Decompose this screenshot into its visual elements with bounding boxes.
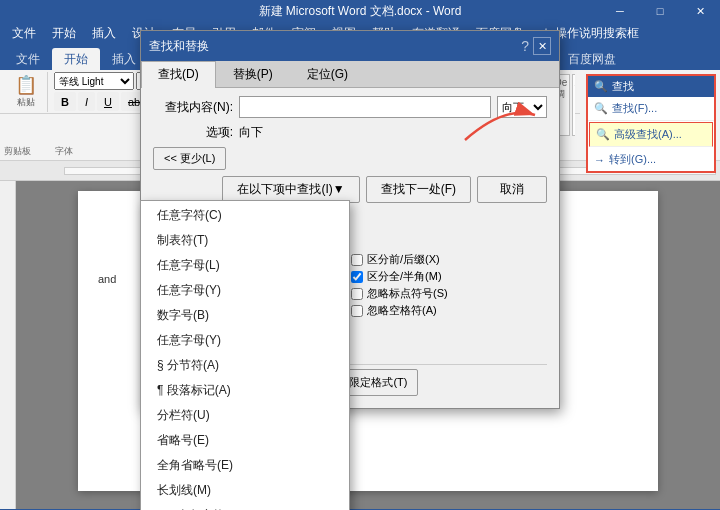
dropdown-para-mark[interactable]: ¶ 段落标记(A) xyxy=(141,378,349,403)
window-title: 新建 Microsoft Word 文档.docx - Word xyxy=(259,3,462,20)
ignore-space-checkbox[interactable] xyxy=(351,305,363,317)
font-family-select[interactable]: 等线 Light xyxy=(54,72,134,90)
find-advanced-label: 高级查找(A)... xyxy=(614,127,682,142)
less-button[interactable]: << 更少(L) xyxy=(153,147,226,170)
expand-section: << 更少(L) xyxy=(153,147,547,170)
find-in-button[interactable]: 在以下项中查找(I)▼ xyxy=(222,176,359,203)
dropdown-digit[interactable]: 数字号(B) xyxy=(141,303,349,328)
paste-button[interactable]: 📋 粘贴 xyxy=(8,72,48,112)
tab-file[interactable]: 文件 xyxy=(4,48,52,70)
dialog-title-bar: 查找和替换 ? ✕ xyxy=(141,31,559,61)
title-bar: 新建 Microsoft Word 文档.docx - Word ─ □ ✕ xyxy=(0,0,720,22)
checkbox-ignore-punct: 忽略标点符号(S) xyxy=(351,286,547,301)
menu-home[interactable]: 开始 xyxy=(44,23,84,44)
dropdown-section-break[interactable]: § 分节符(A) xyxy=(141,353,349,378)
find-basic-label: 查找(F)... xyxy=(612,101,657,116)
window-controls: ─ □ ✕ xyxy=(600,0,720,22)
dialog-help-button[interactable]: ? xyxy=(521,38,529,54)
vertical-ruler xyxy=(0,181,16,509)
special-format-dropdown[interactable]: 任意字符(C) 制表符(T) 任意字母(L) 任意字母(Y) 数字号(B) 任意… xyxy=(140,200,350,510)
find-basic-icon: 🔍 xyxy=(594,102,608,115)
menu-insert[interactable]: 插入 xyxy=(84,23,124,44)
dialog-title-text: 查找和替换 xyxy=(149,38,209,55)
find-panel-container: 🔍 查找 🔍 查找(F)... 🔍 高级查找(A)... → 转到(G)... xyxy=(586,74,716,173)
dropdown-column-break[interactable]: 分栏符(U) xyxy=(141,403,349,428)
dropdown-any-letter-y2[interactable]: 任意字母(Y) xyxy=(141,328,349,353)
dropdown-em-dash[interactable]: 长划线(M) xyxy=(141,478,349,503)
goto-icon: → xyxy=(594,154,605,166)
dropdown-any-letter[interactable]: 任意字母(L) xyxy=(141,253,349,278)
search-input[interactable] xyxy=(239,96,491,118)
style-emphasis[interactable]: AaBbCcDe 弱调 xyxy=(572,74,575,136)
checkbox-ignore-space: 忽略空格符(A) xyxy=(351,303,547,318)
option-value: 向下 xyxy=(239,124,263,141)
goto-item[interactable]: → 转到(G)... xyxy=(588,148,714,171)
close-button[interactable]: ✕ xyxy=(680,0,720,22)
menu-file[interactable]: 文件 xyxy=(4,23,44,44)
checkbox-prefix-suffix: 区分前/后缀(X) xyxy=(351,252,547,267)
dropdown-quarter-space[interactable]: 1/4 全角空格(4) xyxy=(141,503,349,510)
dialog-tab-find[interactable]: 查找(D) xyxy=(141,61,216,88)
option-label: 选项: xyxy=(153,124,233,141)
dropdown-any-char[interactable]: 任意字符(C) xyxy=(141,203,349,228)
maximize-button[interactable]: □ xyxy=(640,0,680,22)
find-next-button[interactable]: 查找下一处(F) xyxy=(366,176,471,203)
find-panel-header[interactable]: 🔍 查找 xyxy=(588,76,714,97)
bold-button[interactable]: B xyxy=(54,92,76,111)
find-panel-box: 🔍 查找 🔍 查找(F)... 🔍 高级查找(A)... → 转到(G)... xyxy=(586,74,716,173)
goto-label: 转到(G)... xyxy=(609,152,656,167)
find-panel-title: 查找 xyxy=(612,79,634,94)
find-advanced-item[interactable]: 🔍 高级查找(A)... xyxy=(589,122,713,147)
italic-button[interactable]: I xyxy=(78,92,95,111)
tab-baidu[interactable]: 百度网盘 xyxy=(556,48,628,70)
prefix-suffix-checkbox[interactable] xyxy=(351,254,363,266)
font-label: 字体 xyxy=(55,145,73,158)
dialog-tab-replace[interactable]: 替换(P) xyxy=(216,61,290,87)
dropdown-tab[interactable]: 制表符(T) xyxy=(141,228,349,253)
dialog-tab-goto[interactable]: 定位(G) xyxy=(290,61,365,87)
option-label-row: 选项: 向下 xyxy=(153,124,547,141)
find-basic-item[interactable]: 🔍 查找(F)... xyxy=(588,97,714,121)
dropdown-any-letter-y[interactable]: 任意字母(Y) xyxy=(141,278,349,303)
action-buttons: 在以下项中查找(I)▼ 查找下一处(F) 取消 xyxy=(153,176,547,203)
dropdown-ellipsis[interactable]: 省略号(E) xyxy=(141,428,349,453)
fullhalf-width-checkbox[interactable] xyxy=(351,271,363,283)
underline-button[interactable]: U xyxy=(97,92,119,111)
search-icon: 🔍 xyxy=(594,80,608,93)
ignore-punct-checkbox[interactable] xyxy=(351,288,363,300)
dropdown-full-ellipsis[interactable]: 全角省略号(E) xyxy=(141,453,349,478)
search-scope-select[interactable]: 向下 向上 全部 xyxy=(497,96,547,118)
cancel-button[interactable]: 取消 xyxy=(477,176,547,203)
checkbox-fullhalf-width: 区分全/半角(M) xyxy=(351,269,547,284)
dialog-close-button[interactable]: ✕ xyxy=(533,37,551,55)
tab-home[interactable]: 开始 xyxy=(52,48,100,70)
find-advanced-icon: 🔍 xyxy=(596,128,610,141)
search-row: 查找内容(N): 向下 向上 全部 xyxy=(153,96,547,118)
search-label: 查找内容(N): xyxy=(153,99,233,116)
dialog-tabs: 查找(D) 替换(P) 定位(G) xyxy=(141,61,559,88)
clipboard-label: 剪贴板 xyxy=(4,145,31,158)
minimize-button[interactable]: ─ xyxy=(600,0,640,22)
